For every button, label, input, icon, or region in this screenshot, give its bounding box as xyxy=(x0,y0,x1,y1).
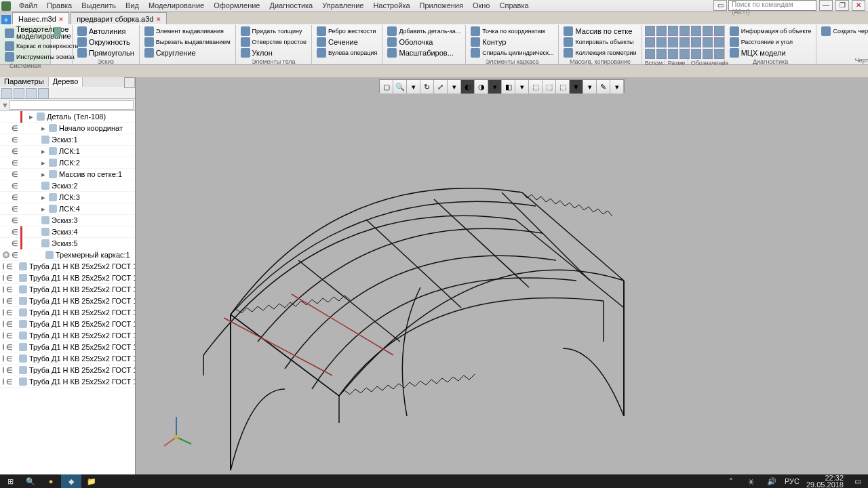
vp-tool[interactable]: ▾ xyxy=(448,80,461,94)
tree-row[interactable]: ∈Труба Д1 Н КВ 25х25х2 ГОСТ 18475- xyxy=(0,376,135,388)
distance-button[interactable]: Расстояние и угол xyxy=(728,37,814,47)
tree-row[interactable]: ∈Труба Д1 Н КВ 25х25х2 ГОСТ 18475- xyxy=(0,296,135,307)
annot-icon[interactable] xyxy=(714,26,724,36)
vp-tool[interactable]: ▾ xyxy=(583,80,597,94)
tool-icon[interactable] xyxy=(26,88,37,99)
tree-row[interactable]: ▸Деталь (Тел-108) xyxy=(0,111,135,123)
tree-row[interactable]: ∈▸Массив по сетке:1 xyxy=(0,169,135,180)
vp-tool[interactable]: ◑ xyxy=(475,80,488,94)
tree-row[interactable]: ∈Эскиз:5 xyxy=(0,238,135,249)
panel-tab-tree[interactable]: Дерево xyxy=(49,77,83,87)
fillet-button[interactable]: Скругление xyxy=(142,47,233,58)
menu-window[interactable]: Окно xyxy=(469,0,494,12)
undo-icon[interactable] xyxy=(54,52,61,61)
tree-row[interactable]: ∈▸Начало координат xyxy=(0,123,135,134)
maximize-button[interactable]: ❐ xyxy=(835,0,849,11)
tree-row[interactable]: ∈Труба Д1 Н КВ 25х25х2 ГОСТ 18475- xyxy=(0,272,135,284)
tree-row[interactable]: ∈Труба Д1 Н КВ 25х25х2 ГОСТ 18475- xyxy=(0,307,135,319)
tree-row[interactable]: ∈Труба Д1 Н КВ 25х25х2 ГОСТ 18475- xyxy=(0,365,135,376)
vp-tool[interactable]: ◐ xyxy=(461,80,475,94)
vp-tool[interactable]: ↻ xyxy=(420,80,434,94)
save-icon[interactable] xyxy=(54,39,61,49)
start-button[interactable]: ⊞ xyxy=(0,474,20,488)
tree-row[interactable]: ∈▸ЛСК:1 xyxy=(0,146,135,157)
vp-tool[interactable]: ⤢ xyxy=(434,80,448,94)
boolean-button[interactable]: Булева операция xyxy=(315,47,379,58)
tree-row[interactable]: ∈▸ЛСК:4 xyxy=(0,203,135,215)
tree-row[interactable]: ∈Эскиз:3 xyxy=(0,215,135,226)
filter-input[interactable] xyxy=(9,100,134,110)
axes-gizmo[interactable] xyxy=(163,413,197,447)
tree-row[interactable]: ∈▸ЛСК:2 xyxy=(0,157,135,169)
scale-button[interactable]: Масштабиров... xyxy=(385,47,462,58)
sketch-tools-button[interactable]: Инструменты эскиза xyxy=(3,52,47,62)
doc-tab-1[interactable]: предварит сборка.a3d × xyxy=(71,12,167,24)
mass-button[interactable]: МЦХ модели xyxy=(728,47,814,58)
circle-button[interactable]: Окружность xyxy=(75,37,136,47)
create-drawing-button[interactable]: Создать чертеж по модели xyxy=(819,26,868,37)
hole-button[interactable]: Отверстие простое xyxy=(239,37,309,47)
tree-row[interactable]: ∈Труба Д1 Н КВ 25х25х2 ГОСТ 18475- xyxy=(0,342,135,353)
vp-tool[interactable]: ◧ xyxy=(502,80,515,94)
viewport[interactable]: ▢🔍▾↻⤢▾ ◐◑▾ ◧▾ ⬚⬚⬚ ▼▾ ✎▾ xyxy=(136,77,868,474)
menu-apps[interactable]: Приложения xyxy=(416,0,467,12)
close-icon[interactable]: × xyxy=(59,15,63,23)
menu-settings[interactable]: Настройка xyxy=(369,0,414,12)
point-coord-button[interactable]: Точка по координатам xyxy=(469,26,555,37)
tree-row[interactable]: ∈Эскиз:1 xyxy=(0,134,135,146)
dim-icon[interactable] xyxy=(668,26,678,36)
menu-help[interactable]: Справка xyxy=(495,0,532,12)
explorer-icon[interactable]: 📁 xyxy=(81,474,102,488)
tree-row[interactable]: ∈▸ЛСК:3 xyxy=(0,192,135,203)
dim-icon[interactable] xyxy=(668,49,678,59)
spiral-button[interactable]: Спираль цилиндрическ... xyxy=(469,47,555,58)
annot-icon[interactable] xyxy=(703,37,713,47)
panel-tab-params[interactable]: Параметры xyxy=(0,77,49,87)
geom-collection-button[interactable]: Коллекция геометрии xyxy=(561,47,638,58)
contour-button[interactable]: Контур xyxy=(469,37,555,47)
annot-icon[interactable] xyxy=(691,26,701,36)
menu-file[interactable]: Файл xyxy=(15,0,41,12)
tree-row[interactable]: ∈Трехмерный каркас:1 xyxy=(0,249,135,261)
tree-row[interactable]: ∈Эскиз:4 xyxy=(0,226,135,238)
aux-icon[interactable] xyxy=(645,37,655,47)
extrude-button[interactable]: Элемент выдавливания xyxy=(142,26,233,37)
thicken-button[interactable]: Придать толщину xyxy=(239,26,309,37)
tree-row[interactable]: ∈Труба Д1 Н КВ 25х25х2 ГОСТ 18475- xyxy=(0,261,135,272)
copy-obj-button[interactable]: Копировать объекты xyxy=(561,37,638,47)
draft-button[interactable]: Уклон xyxy=(239,47,309,58)
close-button[interactable]: ✕ xyxy=(852,0,865,11)
solid-modeling-button[interactable]: Твердотельноемоделирование xyxy=(3,26,47,41)
vp-tool[interactable]: ✎ xyxy=(597,80,610,94)
network-icon[interactable]: ⚹ xyxy=(741,474,762,488)
annot-icon[interactable] xyxy=(691,49,701,59)
model-tree[interactable]: ▸Деталь (Тел-108)∈▸Начало координат∈Эски… xyxy=(0,111,135,474)
search-icon[interactable]: 🔍 xyxy=(20,474,41,488)
vp-tool[interactable]: ▼ xyxy=(570,80,583,94)
vp-tool[interactable]: ▾ xyxy=(610,80,624,94)
dock-icon[interactable]: ▭ xyxy=(713,0,727,11)
tray-up-icon[interactable]: ˄ xyxy=(721,474,741,488)
cut-extrude-button[interactable]: Вырезать выдавливанием xyxy=(142,37,233,47)
rect-button[interactable]: Прямоугольн xyxy=(75,47,136,58)
annot-icon[interactable] xyxy=(714,37,724,47)
lang-indicator[interactable]: РУС xyxy=(782,474,802,488)
tree-row[interactable]: ∈Труба Д1 Н КВ 25х25х2 ГОСТ 18475- xyxy=(0,319,135,330)
obj-info-button[interactable]: Информация об объекте xyxy=(728,26,814,37)
vp-tool[interactable]: ⬚ xyxy=(529,80,542,94)
rib-button[interactable]: Ребро жесткости xyxy=(315,26,379,37)
filter-icon[interactable]: ▼ xyxy=(1,101,9,109)
menu-select[interactable]: Выделить xyxy=(77,0,120,12)
tree-row[interactable]: ∈Труба Д1 Н КВ 25х25х2 ГОСТ 18475- xyxy=(0,284,135,296)
redo-icon[interactable] xyxy=(62,52,70,61)
menu-format[interactable]: Оформление xyxy=(210,0,264,12)
volume-icon[interactable]: 🔊 xyxy=(762,474,782,488)
menu-diag[interactable]: Диагностика xyxy=(265,0,317,12)
clock[interactable]: 22:3229.05.2018 xyxy=(802,474,848,488)
print-icon[interactable] xyxy=(62,39,70,49)
aux-icon[interactable] xyxy=(645,26,655,36)
vp-tool[interactable]: ⬚ xyxy=(556,80,570,94)
shell-button[interactable]: Оболочка xyxy=(385,37,462,47)
dim-icon[interactable] xyxy=(668,37,678,47)
tool-icon[interactable] xyxy=(1,88,12,99)
